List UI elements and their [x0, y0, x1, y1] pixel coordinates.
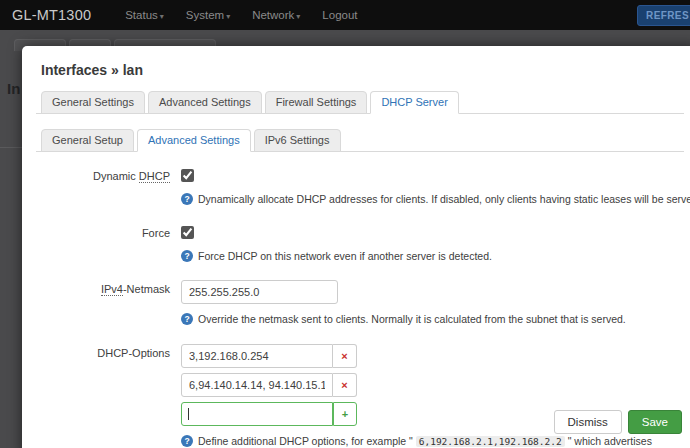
field-ipv4-netmask: IPv4-Netmask ? Override the netmask sent… — [36, 280, 684, 327]
text-cursor — [188, 408, 189, 420]
dynamic-dhcp-checkbox[interactable] — [181, 169, 194, 182]
nav-menu-system[interactable]: System▾ — [186, 9, 230, 21]
background-partial-heading: In — [7, 80, 20, 97]
help-icon: ? — [181, 313, 193, 325]
top-navbar: GL-MT1300 Status▾ System▾ Network▾ Logou… — [0, 0, 690, 30]
dhcp-options-help: ? Define additional DHCP options, for ex… — [181, 434, 684, 448]
field-dynamic-dhcp: Dynamic DHCP ? Dynamically allocate DHCP… — [36, 167, 684, 207]
tab-firewall-settings[interactable]: Firewall Settings — [265, 91, 368, 114]
dynamic-dhcp-label: Dynamic DHCP — [36, 167, 170, 207]
field-force: Force ? Force DHCP on this network even … — [36, 224, 684, 264]
nav-menu-status[interactable]: Status▾ — [125, 9, 164, 21]
save-button[interactable]: Save — [628, 410, 682, 434]
ipv4-netmask-input[interactable] — [181, 280, 338, 304]
chevron-down-icon: ▾ — [160, 12, 164, 21]
help-icon: ? — [181, 250, 193, 262]
background-divider — [0, 147, 22, 148]
dhcp-option-input-1[interactable] — [181, 344, 333, 368]
sub-tab-bar: General Setup Advanced Settings IPv6 Set… — [36, 129, 684, 152]
main-tab-bar: General Settings Advanced Settings Firew… — [36, 91, 684, 114]
dhcp-option-row: × — [181, 344, 684, 368]
refresh-button[interactable]: REFRES — [637, 5, 690, 26]
ipv4-netmask-help: ? Override the netmask sent to clients. … — [181, 312, 684, 327]
force-help: ? Force DHCP on this network even if ano… — [181, 249, 684, 264]
dhcp-option-input-2[interactable] — [181, 373, 333, 397]
dhcp-options-label: DHCP-Options — [36, 344, 170, 448]
dhcp-option-row: × — [181, 373, 684, 397]
subtab-advanced-settings[interactable]: Advanced Settings — [137, 129, 251, 152]
dynamic-dhcp-help: ? Dynamically allocate DHCP addresses fo… — [181, 192, 684, 207]
dhcp-option-input-new[interactable] — [181, 402, 333, 426]
example-code: 6,192.168.2.1,192.168.2.2 — [416, 436, 565, 447]
help-icon: ? — [181, 193, 193, 205]
nav-menu-network[interactable]: Network▾ — [252, 9, 300, 21]
ipv4-netmask-label: IPv4-Netmask — [36, 280, 170, 327]
tab-advanced-settings[interactable]: Advanced Settings — [148, 91, 262, 114]
dialog-title: Interfaces » lan — [41, 62, 684, 78]
add-option-button[interactable]: + — [333, 402, 357, 426]
dhcp-advanced-form: Dynamic DHCP ? Dynamically allocate DHCP… — [36, 167, 684, 448]
interface-dialog: Interfaces » lan General Settings Advanc… — [22, 46, 690, 448]
tab-general-settings[interactable]: General Settings — [41, 91, 145, 114]
tab-dhcp-server[interactable]: DHCP Server — [370, 91, 458, 114]
dialog-actions: Dismiss Save — [554, 410, 682, 434]
force-checkbox[interactable] — [181, 226, 194, 239]
chevron-down-icon: ▾ — [226, 12, 230, 21]
subtab-general-setup[interactable]: General Setup — [41, 129, 134, 152]
nav-menu-logout[interactable]: Logout — [322, 9, 357, 21]
force-label: Force — [36, 224, 170, 264]
dismiss-button[interactable]: Dismiss — [554, 410, 622, 434]
help-icon: ? — [181, 435, 193, 447]
brand-logo: GL-MT1300 — [12, 7, 91, 23]
remove-option-button[interactable]: × — [333, 344, 357, 368]
remove-option-button[interactable]: × — [333, 373, 357, 397]
chevron-down-icon: ▾ — [296, 12, 300, 21]
subtab-ipv6-settings[interactable]: IPv6 Settings — [254, 129, 341, 152]
